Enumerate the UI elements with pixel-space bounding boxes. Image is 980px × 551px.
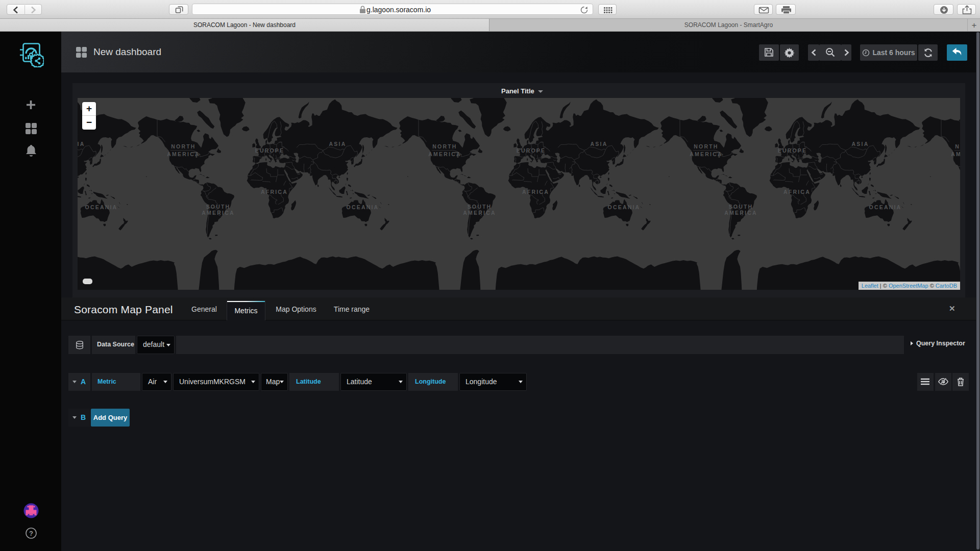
svg-text:?: ? [29, 530, 33, 537]
